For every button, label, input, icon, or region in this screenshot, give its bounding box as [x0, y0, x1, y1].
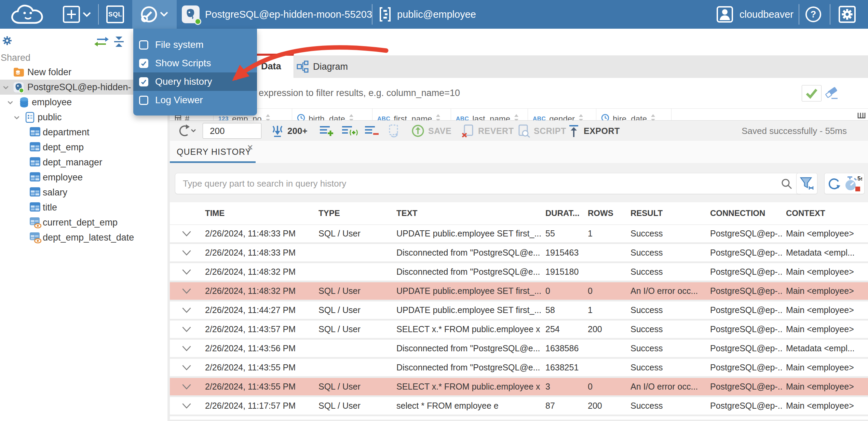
query-history-refresh-controls[interactable]: 5s: [824, 173, 865, 194]
tab-query-history[interactable]: QUERY HISTORY ×: [170, 141, 256, 163]
user-menu[interactable]: cloudbeaver: [716, 0, 794, 29]
script-button[interactable]: SCRIPT: [517, 121, 566, 141]
qh-cell-text: Disconnected from "PostgreSQL@e...: [396, 343, 542, 353]
table-row-partial[interactable]: [170, 416, 868, 420]
qh-column-header-durat[interactable]: DURAT...: [545, 208, 585, 218]
qh-cell-duration: 87: [545, 401, 585, 411]
number-type-icon: 123: [218, 116, 229, 120]
sort-icon[interactable]: [435, 113, 441, 120]
cloudbeaver-logo-icon[interactable]: [10, 0, 45, 29]
sync-selection-icon[interactable]: [94, 36, 109, 49]
query-history-row[interactable]: 2/26/2024, 11:48:32 PMDisconnected from …: [170, 263, 868, 281]
navigator-settings-icon[interactable]: [1, 35, 13, 48]
tree-item-dept-manager[interactable]: dept_manager: [0, 155, 167, 170]
query-history-row[interactable]: 2/26/2024, 11:17:57 PMSQL / Userselect *…: [170, 397, 868, 415]
qh-column-header-context[interactable]: CONTEXT: [786, 208, 866, 218]
sort-icon[interactable]: [650, 113, 656, 120]
expand-row-icon[interactable]: [181, 230, 192, 238]
export-button[interactable]: EXPORT: [568, 121, 620, 141]
query-history-row[interactable]: 2/26/2024, 11:43:55 PMSQL / UserSELECT x…: [170, 378, 868, 395]
qh-column-header-type[interactable]: TYPE: [318, 208, 392, 218]
filter-expression-input[interactable]: [170, 78, 800, 108]
tree-item-dept-emp[interactable]: dept_emp: [0, 140, 167, 155]
qh-cell-time: 2/26/2024, 11:44:27 PM: [205, 305, 314, 315]
menu-item-show-scripts[interactable]: Show Scripts: [133, 54, 257, 72]
qh-column-header-result[interactable]: RESULT: [630, 208, 706, 218]
schema-icon: [25, 112, 35, 124]
settings-button[interactable]: [838, 0, 856, 29]
qh-column-header-time[interactable]: TIME: [205, 208, 314, 218]
query-history-row[interactable]: 2/26/2024, 11:43:57 PMSQL / UserSELECT x…: [170, 321, 868, 338]
sort-icon[interactable]: [349, 113, 354, 120]
sort-icon[interactable]: [514, 113, 519, 120]
menu-item-file-system[interactable]: File system: [133, 36, 257, 54]
qh-cell-result: Success: [630, 363, 706, 372]
tab-diagram[interactable]: Diagram: [294, 55, 371, 78]
tree-item-title[interactable]: title: [0, 200, 167, 215]
clear-filter-button[interactable]: [825, 87, 840, 101]
grid-column-header-first-name[interactable]: ABCfirst_name: [372, 109, 451, 120]
grid-column-header-hire-date[interactable]: hire_date: [596, 109, 672, 120]
qh-column-header-rows[interactable]: ROWS: [588, 208, 626, 218]
menu-item-log-viewer[interactable]: Log Viewer: [133, 91, 257, 109]
collapse-all-icon[interactable]: [113, 36, 125, 49]
expand-row-icon[interactable]: [181, 307, 192, 315]
duplicate-row-button[interactable]: [341, 121, 358, 141]
tree-item-dept-emp-latest-date[interactable]: dept_emp_latest_date: [0, 230, 167, 245]
expand-row-icon[interactable]: [181, 269, 192, 276]
chevron-down-icon[interactable]: [2, 83, 10, 93]
expand-row-icon[interactable]: [181, 364, 192, 372]
expand-row-icon[interactable]: [181, 288, 192, 296]
refresh-document-button[interactable]: [386, 121, 401, 141]
tools-menu-button[interactable]: [132, 0, 177, 29]
revert-button[interactable]: REVERT: [461, 121, 514, 141]
close-icon[interactable]: ×: [247, 142, 253, 152]
query-history-row[interactable]: 2/26/2024, 11:44:27 PMSQL / UserUPDATE p…: [170, 301, 868, 319]
query-history-filter-button[interactable]: [796, 173, 817, 194]
tree-item-current-dept-emp[interactable]: current_dept_emp: [0, 215, 167, 230]
tree-item-employee[interactable]: employee: [0, 170, 167, 185]
grid-column-header-gender[interactable]: ABCgender: [528, 109, 596, 120]
fetch-more-button[interactable]: 200+: [271, 121, 308, 141]
export-icon: [568, 124, 580, 138]
chevron-down-icon[interactable]: [6, 98, 14, 108]
refresh-button[interactable]: [176, 121, 196, 141]
query-history-row[interactable]: 2/26/2024, 11:43:56 PMDisconnected from …: [170, 340, 868, 357]
apply-filter-button[interactable]: [802, 85, 822, 101]
save-button[interactable]: SAVE: [411, 121, 451, 141]
expand-row-icon[interactable]: [181, 326, 192, 334]
schema-selector[interactable]: public@employee: [379, 0, 476, 29]
query-history-row[interactable]: 2/26/2024, 11:48:33 PMDisconnected from …: [170, 244, 868, 261]
unchecked-checkbox-icon[interactable]: [139, 96, 148, 105]
query-history-row[interactable]: 2/26/2024, 11:43:55 PMDisconnected from …: [170, 359, 868, 376]
query-history-search-input[interactable]: [175, 173, 802, 194]
expand-row-icon[interactable]: [181, 249, 192, 257]
menu-item-query-history[interactable]: Query history: [133, 72, 257, 91]
expand-row-icon[interactable]: [181, 383, 192, 391]
sort-icon[interactable]: [265, 113, 271, 120]
tree-item-department[interactable]: department: [0, 125, 167, 140]
grid-columns-config-icon[interactable]: [857, 110, 866, 120]
expand-row-icon[interactable]: [181, 403, 192, 410]
help-button[interactable]: ?: [805, 0, 822, 29]
checked-checkbox-icon[interactable]: [139, 59, 148, 68]
qh-column-header-connection[interactable]: CONNECTION: [710, 208, 783, 218]
grid-column-header-birth-date[interactable]: birth_date: [292, 109, 372, 120]
tree-item-salary[interactable]: salary: [0, 185, 167, 200]
unchecked-checkbox-icon[interactable]: [139, 40, 148, 50]
connection-selector[interactable]: PostgreSQL@ep-hidden-moon-55203: [182, 0, 372, 29]
open-sql-editor-button[interactable]: SQL: [106, 0, 124, 29]
query-history-row[interactable]: 2/26/2024, 11:48:33 PMSQL / UserUPDATE p…: [170, 225, 868, 242]
sort-icon[interactable]: [578, 113, 584, 120]
sql-icon: SQL: [106, 5, 124, 23]
chevron-down-icon[interactable]: [13, 113, 21, 123]
row-limit-input[interactable]: [203, 123, 261, 139]
new-connection-button[interactable]: [63, 0, 92, 29]
qh-column-header-text[interactable]: TEXT: [396, 208, 542, 218]
grid-column-header-last-name[interactable]: ABClast_name: [451, 109, 528, 120]
delete-row-button[interactable]: [364, 121, 379, 141]
checked-checkbox-icon[interactable]: [139, 77, 148, 86]
add-row-button[interactable]: [319, 121, 334, 141]
query-history-row[interactable]: 2/26/2024, 11:48:32 PMSQL / UserUPDATE p…: [170, 282, 868, 300]
expand-row-icon[interactable]: [181, 345, 192, 353]
